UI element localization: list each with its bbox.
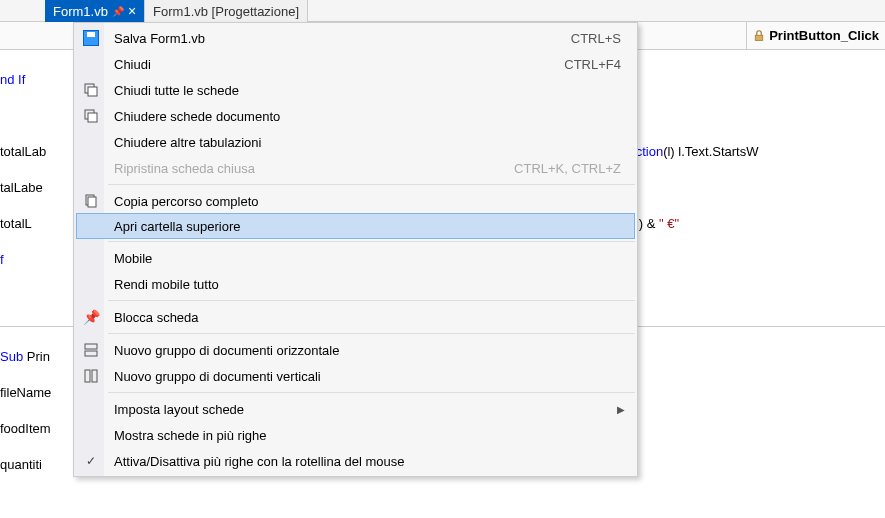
menu-label: Imposta layout schede [106, 402, 635, 417]
menu-label: Ripristina scheda chiusa [106, 161, 514, 176]
menu-label: Mobile [106, 251, 635, 266]
menu-separator [108, 333, 635, 334]
tab-label: Form1.vb [53, 4, 108, 19]
menu-label: Mostra schede in più righe [106, 428, 635, 443]
menu-open-folder[interactable]: Apri cartella superiore [76, 213, 635, 239]
code-text: Prin [23, 349, 50, 364]
menu-label: Chiudere altre tabulazioni [106, 135, 635, 150]
code-text: totalL [0, 216, 32, 231]
menu-close-all[interactable]: Chiudi tutte le schede [76, 77, 635, 103]
menu-new-vgroup[interactable]: Nuovo gruppo di documenti verticali [76, 363, 635, 389]
menu-label: Blocca scheda [106, 310, 635, 325]
svg-rect-6 [88, 197, 96, 207]
tab-context-menu: Salva Form1.vb CTRL+S Chiudi CTRL+F4 Chi… [73, 22, 638, 477]
check-icon: ✓ [76, 454, 106, 468]
method-name: PrintButton_Click [769, 28, 879, 43]
svg-rect-4 [88, 113, 97, 122]
menu-mobile-all[interactable]: Rendi mobile tutto [76, 271, 635, 297]
code-text: f [0, 252, 4, 267]
code-text: Sub [0, 349, 23, 364]
code-text: talLabe [0, 180, 43, 195]
code-text: fileName [0, 385, 51, 400]
menu-label: Nuovo gruppo di documenti verticali [106, 369, 635, 384]
menu-separator [108, 300, 635, 301]
menu-new-hgroup[interactable]: Nuovo gruppo di documenti orizzontale [76, 337, 635, 363]
close-icon[interactable]: × [128, 4, 136, 18]
menu-close-docs[interactable]: Chiudere schede documento [76, 103, 635, 129]
svg-rect-7 [85, 344, 97, 349]
menu-label: Apri cartella superiore [106, 219, 634, 234]
menu-label: Chiudi [106, 57, 564, 72]
menu-label: Chiudere schede documento [106, 109, 635, 124]
code-text: foodItem [0, 421, 51, 436]
save-icon [76, 30, 106, 46]
menu-label: Salva Form1.vb [106, 31, 571, 46]
code-text: quantiti [0, 457, 42, 472]
menu-mobile[interactable]: Mobile [76, 245, 635, 271]
close-docs-icon [76, 108, 106, 124]
svg-rect-0 [755, 35, 763, 40]
pin-icon: 📌 [76, 309, 106, 325]
menu-separator [108, 184, 635, 185]
menu-restore-tab: Ripristina scheda chiusa CTRL+K, CTRL+Z [76, 155, 635, 181]
submenu-arrow-icon: ▶ [617, 404, 625, 415]
svg-rect-9 [85, 370, 90, 382]
menu-label: Nuovo gruppo di documenti orizzontale [106, 343, 635, 358]
menu-copy-path[interactable]: Copia percorso completo [76, 188, 635, 214]
menu-shortcut: CTRL+F4 [564, 57, 635, 72]
svg-rect-8 [85, 351, 97, 356]
menu-shortcut: CTRL+S [571, 31, 635, 46]
menu-label: Copia percorso completo [106, 194, 635, 209]
svg-rect-10 [92, 370, 97, 382]
method-icon [753, 30, 765, 42]
code-text: totalLab [0, 144, 46, 159]
code-text: (l) l.Text.StartsW [663, 144, 758, 159]
svg-rect-2 [88, 87, 97, 96]
menu-close[interactable]: Chiudi CTRL+F4 [76, 51, 635, 77]
tab-label: Form1.vb [Progettazione] [153, 4, 299, 19]
method-selector[interactable]: PrintButton_Click [746, 22, 885, 49]
menu-wheel-toggle[interactable]: ✓ Attiva/Disattiva più righe con la rote… [76, 448, 635, 474]
menu-label: Chiudi tutte le schede [106, 83, 635, 98]
menu-layout[interactable]: Imposta layout schede ▶ [76, 396, 635, 422]
menu-label: Attiva/Disattiva più righe con la rotell… [106, 454, 635, 469]
close-all-icon [76, 82, 106, 98]
menu-separator [108, 392, 635, 393]
menu-label: Rendi mobile tutto [106, 277, 635, 292]
code-text: " €" [659, 216, 679, 231]
menu-shortcut: CTRL+K, CTRL+Z [514, 161, 635, 176]
code-text: nd If [0, 72, 25, 87]
tab-bar: Form1.vb 📌 × Form1.vb [Progettazione] [0, 0, 885, 22]
code-text: ) & [639, 216, 659, 231]
menu-pin-tab[interactable]: 📌 Blocca scheda [76, 304, 635, 330]
tab-form1-design[interactable]: Form1.vb [Progettazione] [145, 0, 308, 22]
pin-icon[interactable]: 📌 [112, 6, 124, 17]
tab-form1-vb[interactable]: Form1.vb 📌 × [45, 0, 145, 22]
menu-separator [108, 241, 635, 242]
copy-icon [76, 193, 106, 209]
menu-save[interactable]: Salva Form1.vb CTRL+S [76, 25, 635, 51]
vgroup-icon [76, 368, 106, 384]
menu-close-other[interactable]: Chiudere altre tabulazioni [76, 129, 635, 155]
hgroup-icon [76, 342, 106, 358]
menu-multiline[interactable]: Mostra schede in più righe [76, 422, 635, 448]
